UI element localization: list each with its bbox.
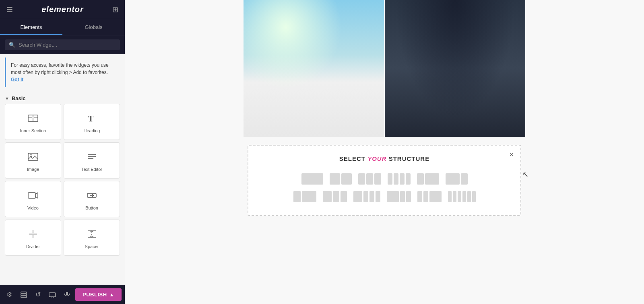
svg-marker-45 bbox=[385, 72, 418, 137]
panel-content: For easy access, favorite the widgets yo… bbox=[0, 54, 125, 304]
search-input[interactable] bbox=[19, 42, 116, 48]
col-block bbox=[417, 173, 424, 185]
widget-spacer[interactable]: Spacer bbox=[64, 220, 120, 256]
tip-got-it-link[interactable]: Got It bbox=[11, 77, 23, 82]
svg-point-43 bbox=[276, 59, 281, 65]
divider-svg bbox=[27, 228, 39, 240]
images-row bbox=[244, 0, 525, 137]
svg-rect-33 bbox=[301, 106, 359, 111]
widgets-grid: Inner Section T Heading bbox=[0, 104, 125, 258]
widget-text-editor[interactable]: Text Editor bbox=[64, 142, 120, 179]
col-block bbox=[448, 191, 452, 202]
structure-option-wide-2equal[interactable] bbox=[321, 189, 349, 204]
history-icon[interactable]: ↺ bbox=[32, 288, 44, 302]
col-block bbox=[394, 173, 398, 185]
image-svg bbox=[27, 151, 39, 162]
right-area: × SELECT YOUR STRUCTURE bbox=[125, 0, 644, 304]
widget-video[interactable]: Video bbox=[5, 181, 61, 217]
structure-option-3col[interactable] bbox=[357, 172, 383, 186]
spacer-svg bbox=[86, 228, 97, 240]
text-editor-icon bbox=[85, 150, 98, 163]
canvas-area: × SELECT YOUR STRUCTURE bbox=[125, 0, 644, 304]
structure-row-2 bbox=[256, 189, 512, 204]
svg-marker-47 bbox=[492, 68, 525, 137]
structure-option-2col[interactable] bbox=[328, 172, 353, 186]
col-block bbox=[400, 173, 405, 185]
svg-rect-20 bbox=[21, 294, 27, 296]
col-block bbox=[376, 191, 380, 202]
col-block bbox=[330, 173, 340, 185]
tip-box: For easy access, favorite the widgets yo… bbox=[5, 58, 120, 87]
settings-icon[interactable]: ⚙ bbox=[3, 288, 15, 302]
text-editor-svg bbox=[86, 151, 97, 162]
col-block bbox=[363, 191, 368, 202]
structure-option-5col[interactable] bbox=[446, 189, 477, 204]
grid-icon[interactable]: ⊞ bbox=[112, 5, 118, 14]
widget-inner-section[interactable]: Inner Section bbox=[5, 104, 61, 140]
structure-option-2-3-plus-1-3[interactable] bbox=[444, 172, 469, 186]
svg-marker-50 bbox=[492, 81, 525, 106]
svg-rect-39 bbox=[347, 52, 361, 64]
col-block bbox=[387, 191, 399, 202]
col-block bbox=[301, 173, 323, 185]
svg-rect-29 bbox=[277, 39, 367, 122]
structure-option-1col[interactable] bbox=[300, 172, 325, 186]
basic-section-label: Basic bbox=[12, 95, 26, 101]
widget-heading[interactable]: T Heading bbox=[64, 104, 120, 140]
widget-image[interactable]: Image bbox=[5, 142, 61, 179]
widget-button[interactable]: Button bbox=[64, 181, 120, 217]
search-icon: 🔍 bbox=[9, 42, 15, 48]
svg-rect-58 bbox=[446, 93, 455, 112]
canvas-image-left bbox=[244, 0, 384, 137]
search-box: 🔍 bbox=[5, 39, 120, 50]
structure-option-2-3-2small[interactable] bbox=[385, 189, 413, 204]
svg-rect-57 bbox=[455, 85, 468, 95]
publish-button[interactable]: PUBLISH ▲ bbox=[75, 288, 122, 301]
tab-elements[interactable]: Elements bbox=[0, 19, 62, 35]
svg-point-40 bbox=[260, 60, 285, 101]
col-block bbox=[388, 173, 392, 185]
structure-option-1-3-plus-2-3[interactable] bbox=[415, 172, 441, 186]
structure-close-button[interactable]: × bbox=[509, 150, 514, 158]
hamburger-icon[interactable]: ☰ bbox=[6, 5, 13, 14]
svg-rect-30 bbox=[277, 39, 367, 122]
image-icon bbox=[27, 150, 39, 163]
elementor-logo: elementor bbox=[41, 5, 84, 14]
tip-text: For easy access, favorite the widgets yo… bbox=[11, 62, 109, 75]
svg-rect-35 bbox=[320, 72, 330, 89]
responsive-icon[interactable] bbox=[45, 288, 59, 302]
panel-footer: ⚙ ↺ 👁 PUBLISH ▲ bbox=[0, 285, 125, 304]
button-svg bbox=[86, 190, 97, 201]
structure-title-highlight: YOUR bbox=[367, 155, 386, 162]
col-block bbox=[461, 173, 468, 185]
search-area: 🔍 bbox=[0, 35, 125, 54]
col-block bbox=[302, 191, 316, 202]
structure-option-2small-2-3[interactable] bbox=[416, 189, 443, 204]
video-svg bbox=[27, 190, 39, 201]
widget-inner-section-label: Inner Section bbox=[20, 128, 46, 134]
col-block bbox=[341, 191, 347, 202]
basic-arrow-icon: ▼ bbox=[5, 96, 9, 101]
svg-rect-34 bbox=[318, 70, 343, 107]
col-block bbox=[429, 191, 442, 202]
col-block bbox=[467, 191, 471, 202]
svg-marker-51 bbox=[418, 31, 500, 81]
structure-option-4col[interactable] bbox=[386, 172, 412, 186]
structure-option-small-large[interactable] bbox=[292, 189, 318, 204]
structure-option-wide-3equal[interactable] bbox=[352, 189, 382, 204]
svg-point-42 bbox=[272, 55, 277, 60]
preview-icon[interactable]: 👁 bbox=[61, 288, 74, 302]
tab-globals[interactable]: Globals bbox=[62, 19, 125, 35]
svg-rect-59 bbox=[385, 114, 525, 137]
svg-marker-52 bbox=[426, 81, 492, 137]
layers-icon[interactable] bbox=[17, 288, 31, 302]
svg-rect-38 bbox=[285, 52, 303, 66]
col-block bbox=[458, 191, 461, 202]
widget-divider[interactable]: Divider bbox=[5, 220, 61, 256]
basic-section-header[interactable]: ▼ Basic bbox=[0, 90, 125, 104]
widget-spacer-label: Spacer bbox=[85, 244, 99, 249]
structure-title: SELECT YOUR STRUCTURE bbox=[256, 155, 512, 162]
divider-icon bbox=[27, 228, 39, 240]
svg-point-37 bbox=[341, 90, 343, 92]
svg-rect-5 bbox=[28, 153, 38, 160]
